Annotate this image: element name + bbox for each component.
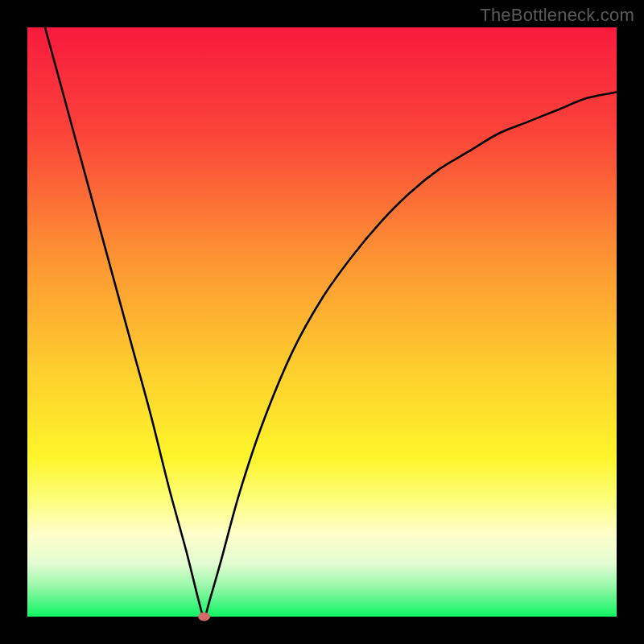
bottleneck-curve [45, 27, 617, 617]
minimum-marker [199, 613, 210, 621]
watermark-text: TheBottleneck.com [480, 5, 634, 26]
outer-frame: TheBottleneck.com [0, 0, 644, 644]
chart-svg [27, 27, 617, 617]
plot-area [27, 27, 617, 617]
